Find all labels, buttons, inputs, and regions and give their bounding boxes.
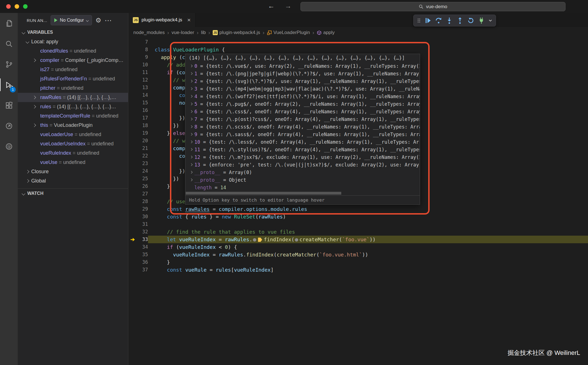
line-number[interactable]: 18	[138, 122, 148, 129]
activity-search[interactable]	[0, 33, 18, 54]
breadcrumb-item[interactable]: node_modules	[133, 30, 165, 35]
popup-row[interactable]: 12 = {test: /\.m?jsx?$/, exclude: Array(…	[185, 153, 420, 161]
line-number[interactable]: 20	[138, 137, 148, 145]
variable-row[interactable]: rules = (14) [{…}, {…}, {…}, {…}…	[18, 102, 128, 111]
line-number[interactable]: 19	[138, 129, 148, 137]
minimize-window-button[interactable]	[15, 4, 19, 9]
code-line[interactable]: 7	[128, 38, 588, 46]
line-number[interactable]: 33	[138, 236, 148, 243]
activity-explorer[interactable]	[0, 13, 18, 33]
line-number[interactable]: 10	[138, 61, 148, 69]
breadcrumb-item[interactable]: lib	[201, 30, 206, 35]
variable-row[interactable]: templateCompilerRule = undefined	[18, 111, 128, 121]
line-number[interactable]: 31	[138, 220, 148, 228]
zoom-window-button[interactable]	[23, 4, 28, 9]
back-button[interactable]: ←	[268, 2, 275, 10]
code-line[interactable]: 31	[128, 220, 588, 228]
popup-row[interactable]: 11 = {test: /\.styl(us)?$/, oneOf: Array…	[185, 146, 420, 153]
line-number[interactable]: 15	[138, 99, 148, 107]
continue-button[interactable]	[423, 16, 433, 25]
variable-row[interactable]: pitcher = undefined	[18, 84, 128, 93]
popup-row[interactable]: 4 = {test: /\.(woff2?|eot|ttf|otf)(\?.*)…	[185, 93, 420, 100]
breadcrumb-item[interactable]: apply	[317, 30, 335, 35]
popup-row[interactable]: 0 = {test: /\.vue$/, use: Array(2), __ru…	[185, 62, 420, 70]
popup-row[interactable]: __proto__ = Object	[185, 176, 420, 184]
code-line[interactable]: 29 const rawRules = compiler.options.mod…	[128, 205, 588, 213]
line-number[interactable]: 36	[138, 258, 148, 266]
line-number[interactable]: 23	[138, 160, 148, 167]
variables-section-header[interactable]: VARIABLES	[18, 28, 128, 37]
command-center-search[interactable]: vue-demo	[300, 2, 565, 11]
line-number[interactable]: 30	[138, 213, 148, 220]
line-number[interactable]: 32	[138, 228, 148, 236]
code-line[interactable]: 32 // find the rule that applies to vue …	[128, 228, 588, 236]
disconnect-button[interactable]	[477, 16, 486, 25]
debug-config-dropdown[interactable]: No Configur	[51, 15, 92, 25]
variable-row[interactable]: vueRuleIndex = undefined	[18, 148, 128, 158]
variable-row[interactable]: is27 = undefined	[18, 65, 128, 74]
popup-row[interactable]: 13 = {enforce: 'pre', test: /\.(vue|(j|t…	[185, 161, 420, 168]
activity-extension-at[interactable]: @	[0, 136, 18, 157]
step-over-button[interactable]	[434, 16, 443, 25]
variable-row[interactable]: vueLoaderUse = undefined	[18, 130, 128, 139]
line-number[interactable]: 17	[138, 114, 148, 122]
close-window-button[interactable]	[6, 4, 11, 9]
line-number[interactable]: 12	[138, 76, 148, 84]
line-number[interactable]: 11	[138, 69, 148, 76]
line-number[interactable]: 26	[138, 182, 148, 190]
popup-horizontal-scrollbar[interactable]	[185, 191, 420, 195]
breadcrumb-item[interactable]: VueLoaderPlugin	[267, 30, 310, 35]
code-line[interactable]: 37 const vueRule = rules[vueRuleIndex]	[128, 266, 588, 274]
breadcrumb-item[interactable]: JSplugin-webpack4.js	[213, 30, 260, 35]
toolbar-drag-handle[interactable]	[416, 16, 422, 25]
popup-row[interactable]: 3 = {test: /\.(mp4|webm|ogg|mp3|wav|flac…	[185, 85, 420, 93]
line-number[interactable]: 13	[138, 84, 148, 91]
inline-breakpoint-icon[interactable]	[295, 238, 298, 242]
code-line[interactable]: 34 if (vueRuleIndex < 0) {	[128, 243, 588, 251]
activity-extensions[interactable]	[0, 95, 18, 116]
line-number[interactable]: 14	[138, 91, 148, 99]
close-tab-icon[interactable]: ×	[187, 17, 191, 23]
inline-breakpoint-icon[interactable]	[253, 238, 256, 242]
watch-section-header[interactable]: WATCH	[18, 189, 128, 198]
popup-row[interactable]: 9 = {test: /\.sass$/, oneOf: Array(4), _…	[185, 130, 420, 138]
code-line[interactable]: 36 }	[128, 258, 588, 266]
debug-current-line-glyph[interactable]	[128, 237, 138, 242]
inline-debug-tag-icon[interactable]	[258, 238, 262, 242]
popup-row[interactable]: 10 = {test: /\.less$/, oneOf: Array(4), …	[185, 138, 420, 146]
line-number[interactable]: 22	[138, 152, 148, 160]
code-line[interactable]: 8class VueLoaderPlugin {	[128, 46, 588, 53]
restart-button[interactable]	[466, 16, 475, 25]
line-number[interactable]: 16	[138, 107, 148, 114]
code-line[interactable]: 35 vueRuleIndex = rawRules.findIndex(cre…	[128, 251, 588, 258]
forward-button[interactable]: →	[285, 2, 291, 10]
line-number[interactable]: 35	[138, 251, 148, 258]
code-line[interactable]: 33 let vueRuleIndex = rawRules.findIndex…	[128, 236, 588, 243]
line-number[interactable]: 24	[138, 167, 148, 175]
activity-run-and-debug[interactable]: 1	[0, 75, 18, 95]
variable-row[interactable]: rawRules = (14) [{…}, {…}, {…},…	[18, 93, 128, 102]
code-line[interactable]: 30 const { rules } = new RuleSet(rawRule…	[128, 213, 588, 220]
popup-row[interactable]: 1 = {test: /\.(png|jpe?g|gif|webp)(\?.*)…	[185, 70, 420, 77]
variable-row[interactable]: jsRulesForRenderFn = undefined	[18, 74, 128, 84]
line-number[interactable]: 8	[138, 46, 148, 53]
popup-row[interactable]: 5 = {test: /\.pug$/, oneOf: Array(2), __…	[185, 100, 420, 108]
activity-source-control[interactable]	[0, 54, 18, 75]
line-number[interactable]: 34	[138, 243, 148, 251]
line-number[interactable]: 7	[138, 38, 148, 46]
variable-row[interactable]: this = VueLoaderPlugin	[18, 121, 128, 130]
activity-extension-remote[interactable]	[0, 116, 18, 136]
variable-row[interactable]: clonedRules = undefined	[18, 46, 128, 56]
popup-row[interactable]: length = 14	[185, 184, 420, 191]
variable-row[interactable]: vueLoaderUseIndex = undefined	[18, 139, 128, 148]
scope-row[interactable]: Closure	[18, 167, 128, 176]
popup-row[interactable]: __proto__ = Array(0)	[185, 168, 420, 176]
popup-row[interactable]: 7 = {test: /\.p(ost)?css$/, oneOf: Array…	[185, 115, 420, 123]
popup-row[interactable]: 6 = {test: /\.css$/, oneOf: Array(4), __…	[185, 108, 420, 115]
line-number[interactable]: 29	[138, 205, 148, 213]
tab-plugin-webpack4[interactable]: JS plugin-webpack4.js ×	[128, 13, 196, 27]
popup-row[interactable]: 2 = {test: /\.(svg)(\?.*)?$/, use: Array…	[185, 77, 420, 85]
variable-row[interactable]: vueUse = undefined	[18, 158, 128, 167]
line-number[interactable]: 25	[138, 175, 148, 182]
debug-session-dropdown[interactable]	[487, 16, 493, 25]
